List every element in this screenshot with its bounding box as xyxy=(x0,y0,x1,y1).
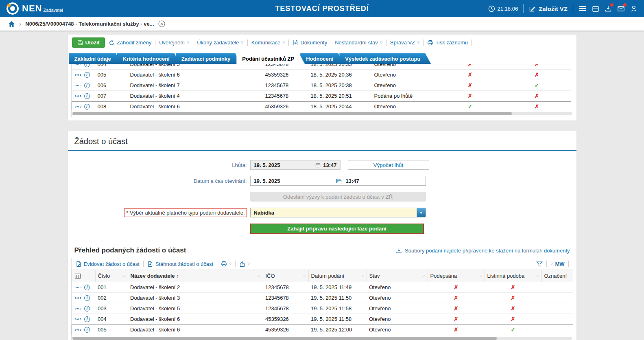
filter-caret-icon[interactable]: ▽ xyxy=(303,274,306,278)
filter-icon[interactable] xyxy=(536,261,543,267)
row-menu-icon[interactable] xyxy=(75,106,81,107)
print-table-button[interactable]: ▽ xyxy=(221,261,231,267)
row-info-icon[interactable]: i xyxy=(84,295,90,301)
cell-ico: 12345678 xyxy=(263,293,308,303)
lhuta-field[interactable]: 19. 5. 2025 13:47 xyxy=(250,160,341,170)
combobox-arrow-icon[interactable]: ▾ xyxy=(417,208,426,217)
header-datum-podani[interactable]: Datum podání▽ xyxy=(308,270,367,282)
cell-datum: 19. 5. 2025 11:49 xyxy=(308,282,367,293)
brand: NEN Zadavatel xyxy=(22,4,63,13)
zahajit-pripravu-button[interactable]: Zahájit přípravu následující fáze podání xyxy=(250,224,424,234)
row-actions-cell: i xyxy=(72,70,95,80)
tab-zakladni-udaje[interactable]: Základní údaje xyxy=(69,53,122,64)
toolbar-separator xyxy=(288,39,289,46)
row-info-icon[interactable]: i xyxy=(84,83,90,88)
nonstandard-state-menu[interactable]: Nestandardní stav▽ xyxy=(335,39,382,46)
row-info-icon[interactable]: i xyxy=(84,72,90,78)
row-menu-icon[interactable] xyxy=(75,318,81,320)
scrollbar-thumb[interactable] xyxy=(72,112,512,115)
filter-caret-icon[interactable]: ▽ xyxy=(422,274,425,278)
row-menu-icon[interactable] xyxy=(75,308,81,309)
filter-caret-icon[interactable]: ▽ xyxy=(258,274,260,278)
calendar-picker-icon[interactable] xyxy=(336,178,342,184)
tab-hodnoceni[interactable]: Hodnocení xyxy=(300,53,344,64)
tab-podani-ucastniku-zp[interactable]: Podání účastníků ZP xyxy=(236,53,305,64)
vypocet-lhut-button[interactable]: Výpočet lhůt xyxy=(348,160,429,170)
print-record-button[interactable]: Tisk záznamu xyxy=(427,39,468,46)
tab-kriteria-hodnoceni[interactable]: Kritéria hodnocení xyxy=(117,53,180,64)
calendar-icon[interactable] xyxy=(592,5,599,12)
caret-down-icon: ▽ xyxy=(380,41,382,44)
toolbar-separator xyxy=(472,39,472,46)
clock-time: 21:18:06 xyxy=(498,6,518,12)
filter-caret-icon[interactable]: ▽ xyxy=(479,274,482,278)
documents-button[interactable]: Dokumenty xyxy=(293,39,327,46)
home-icon[interactable] xyxy=(8,21,15,27)
breadcrumb-item[interactable]: N006/25/V00004748 - Telekomunikační služ… xyxy=(25,21,154,27)
header-nazev-dodavatele[interactable]: Název dodavatele↑▽ xyxy=(128,270,263,282)
vyber-typu-label-wrap: * Výběr aktuálně platného typu podání do… xyxy=(68,208,247,217)
publish-menu[interactable]: Uveřejnění▽ xyxy=(159,39,189,46)
header-listinna-label: Listinná podoba xyxy=(487,273,525,279)
table-row: i003Dodavatel - školení 51234567819. 5. … xyxy=(72,303,573,314)
header-cislo[interactable]: Číslo▽ xyxy=(95,270,128,282)
nen-logo-icon[interactable] xyxy=(7,2,19,15)
close-record-icon[interactable] xyxy=(158,20,165,27)
communication-menu[interactable]: Komunikace▽ xyxy=(251,39,285,46)
row-menu-icon[interactable] xyxy=(75,95,81,97)
profile-icon[interactable] xyxy=(630,5,637,12)
create-vz-button[interactable]: Založit VZ xyxy=(529,5,568,12)
downloads-icon[interactable] xyxy=(605,5,612,12)
prehled-header: Přehled podaných žádostí o účast Soubory… xyxy=(68,241,576,258)
row-info-icon[interactable]: i xyxy=(84,285,90,290)
export-button[interactable]: ▽ xyxy=(239,261,250,267)
row-info-icon[interactable]: i xyxy=(84,93,90,99)
contracting-actions-menu[interactable]: Úkony zadavatele▽ xyxy=(197,39,244,46)
download-note-link[interactable]: Soubory podání najdete připravené ke sta… xyxy=(396,248,570,254)
row-info-icon[interactable]: i xyxy=(84,64,90,67)
row-menu-icon[interactable] xyxy=(75,74,81,76)
participants-hscrollbar[interactable] xyxy=(72,112,572,115)
otevirani-field[interactable]: 19. 5. 2025 13:47 xyxy=(250,176,426,186)
header-stav[interactable]: Stav▽ xyxy=(367,270,428,282)
scrollbar-thumb[interactable] xyxy=(72,337,497,340)
row-actions-cell: i xyxy=(72,293,95,303)
row-menu-icon[interactable] xyxy=(75,64,81,65)
vz-admin-menu[interactable]: Správa VZ▽ xyxy=(390,39,420,46)
row-info-icon[interactable]: i xyxy=(84,104,90,110)
header-listinna-podoba[interactable]: Listinná podoba▽ xyxy=(485,270,541,282)
stahnout-zadosti-button[interactable]: Stáhnout žádosti o účast xyxy=(147,261,213,267)
header-column-config[interactable] xyxy=(72,270,95,282)
save-button[interactable]: Uložit xyxy=(72,37,105,48)
cell-datum: 18. 5. 2025 20:44 xyxy=(308,101,372,111)
cell-cislo: 002 xyxy=(95,293,128,303)
vyber-typu-combobox[interactable]: Nabídka ▾ xyxy=(250,208,426,217)
row-menu-icon[interactable] xyxy=(75,329,81,331)
filter-caret-icon[interactable]: ▽ xyxy=(361,274,364,278)
menu-icon[interactable] xyxy=(579,5,587,12)
messages-icon[interactable] xyxy=(617,5,625,12)
prehled-hscrollbar[interactable] xyxy=(72,337,572,340)
row-menu-icon[interactable] xyxy=(75,85,81,86)
caret-down-icon: ▽ xyxy=(282,41,285,44)
header-podepsana[interactable]: Podepsána▽ xyxy=(428,270,485,282)
row-info-icon[interactable]: i xyxy=(84,316,90,322)
row-info-icon[interactable]: i xyxy=(84,327,90,333)
header-stav-label: Stav xyxy=(369,273,380,279)
cell-ico: 12345678 xyxy=(263,303,308,314)
discard-changes-button[interactable]: Zahodit změny xyxy=(109,39,151,46)
header-oznaceni[interactable]: Označení xyxy=(541,270,573,282)
tab-zadavaci-podminky[interactable]: Zadávací podmínky xyxy=(176,53,241,64)
header-ico[interactable]: IČO▽ xyxy=(263,270,308,282)
row-menu-icon[interactable] xyxy=(75,287,81,288)
filter-caret-icon[interactable]: ▽ xyxy=(536,274,539,278)
filter-caret-icon[interactable]: ▽ xyxy=(122,274,125,278)
table-row: i004Dodavatel - školení 64535932619. 5. … xyxy=(72,314,573,325)
environment-title: TESTOVACÍ PROSTŘEDÍ xyxy=(275,4,369,13)
row-info-icon[interactable]: i xyxy=(84,306,90,311)
view-preset-menu[interactable]: ▽ MW xyxy=(550,261,564,267)
tab-vysledek-zadavaciho-postupu[interactable]: Výsledek zadávacího postupu xyxy=(339,53,431,64)
row-menu-icon[interactable] xyxy=(75,297,81,299)
evidovat-zadost-button[interactable]: Evidovat žádost o účast xyxy=(76,261,140,267)
prehled-title: Přehled podaných žádostí o účast xyxy=(74,246,186,254)
